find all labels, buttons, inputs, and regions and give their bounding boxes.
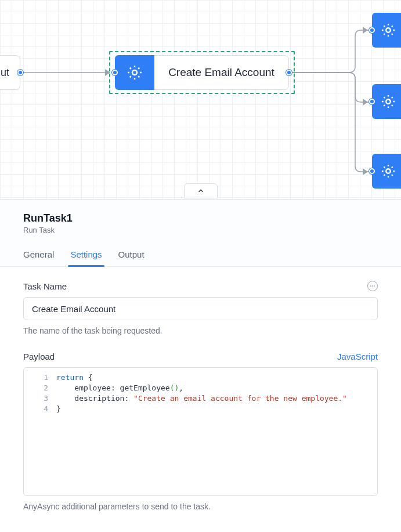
node-icon-box — [372, 154, 401, 189]
chevron-up-icon — [197, 187, 205, 195]
field-payload: Payload JavaScript 1return { 2 employee:… — [23, 352, 378, 511]
workflow-node-downstream[interactable] — [372, 84, 401, 119]
task-name-help: The name of the task being requested. — [23, 326, 378, 335]
task-name-input[interactable] — [23, 297, 378, 320]
field-task-name: Task Name The name of the task being req… — [23, 281, 378, 335]
node-icon-box — [115, 55, 154, 90]
workflow-node-downstream[interactable] — [372, 154, 401, 189]
gear-icon — [380, 163, 396, 179]
field-more-button[interactable] — [367, 281, 378, 291]
node-output-port[interactable] — [17, 70, 23, 75]
svg-point-7 — [374, 285, 375, 287]
connector-arrow-icon — [105, 69, 110, 76]
connector-arrow-icon — [363, 99, 368, 106]
panel-collapse-button[interactable] — [184, 183, 218, 198]
connector-arrow-icon — [363, 27, 368, 34]
node-icon-box — [372, 84, 401, 119]
payload-code-editor[interactable]: 1return { 2 employee: getEmployee(), 3 d… — [23, 367, 378, 496]
svg-point-3 — [386, 99, 390, 103]
node-label: Create Email Account — [154, 66, 288, 79]
svg-point-1 — [132, 70, 137, 75]
node-input-port[interactable] — [369, 99, 375, 104]
svg-point-5 — [370, 285, 371, 287]
gear-icon — [380, 22, 396, 38]
node-output-port[interactable] — [286, 70, 292, 75]
workflow-node-input[interactable]: ut — [0, 55, 20, 90]
connector-wires — [0, 0, 401, 200]
gear-icon — [126, 64, 143, 81]
task-name-label: Task Name — [23, 281, 67, 291]
payload-language-link[interactable]: JavaScript — [337, 352, 378, 361]
node-input-port[interactable] — [112, 70, 118, 75]
tab-output[interactable]: Output — [118, 249, 144, 266]
node-input-port[interactable] — [369, 168, 375, 174]
svg-point-4 — [386, 169, 390, 173]
panel-title: RunTask1 — [23, 212, 378, 225]
node-input-port[interactable] — [369, 27, 375, 33]
svg-point-2 — [386, 28, 390, 32]
payload-label: Payload — [23, 352, 55, 361]
ellipsis-icon — [370, 285, 375, 287]
panel-subtitle: Run Task — [23, 226, 378, 234]
payload-help: AnyAsync additional parameters to send t… — [23, 502, 378, 511]
workflow-canvas[interactable]: ut Create Email Account — [0, 0, 401, 200]
panel-tabs: General Settings Output — [0, 249, 401, 267]
properties-panel: RunTask1 Run Task General Settings Outpu… — [0, 199, 401, 532]
tab-general[interactable]: General — [23, 249, 54, 266]
node-label: ut — [1, 67, 9, 79]
workflow-node-downstream[interactable] — [372, 13, 401, 48]
tab-settings[interactable]: Settings — [70, 249, 102, 266]
gear-icon — [380, 93, 396, 110]
node-icon-box — [372, 13, 401, 48]
connector-arrow-icon — [363, 168, 368, 175]
svg-point-6 — [372, 285, 373, 287]
workflow-node-create-email[interactable]: Create Email Account — [115, 55, 289, 90]
